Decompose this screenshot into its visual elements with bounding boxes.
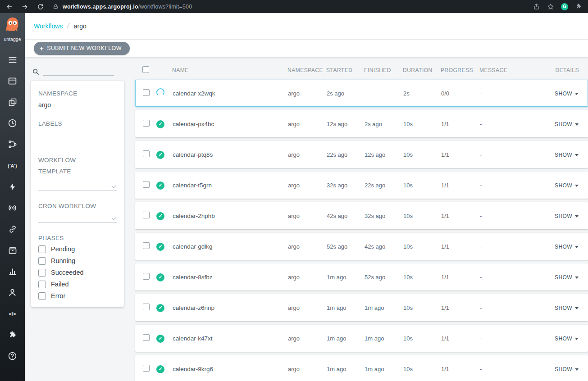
phase-checkbox-pending[interactable]: Pending <box>38 245 117 253</box>
workflow-namespace: argo <box>288 243 327 250</box>
refresh-icon[interactable] <box>36 3 44 11</box>
sidebar: untagge ('A') <box>0 13 25 381</box>
row-checkbox[interactable] <box>143 365 150 372</box>
workflow-name[interactable]: calendar-9krg6 <box>173 366 288 372</box>
logo-label: untagge <box>4 36 21 42</box>
details-show-button[interactable]: SHOW <box>555 305 579 311</box>
table-row[interactable]: calendar-t5grn argo 32s ago 22s ago 10s … <box>135 172 588 199</box>
event-flow-branch-icon[interactable] <box>0 134 25 155</box>
table-row[interactable]: calendar-gdlkg argo 52s ago 42s ago 10s … <box>135 233 588 260</box>
workflow-progress: 1/1 <box>441 213 480 219</box>
row-checkbox[interactable] <box>143 273 150 280</box>
workflow-namespace: argo <box>288 274 327 281</box>
link-icon[interactable] <box>0 218 25 240</box>
workflow-name[interactable]: calendar-z6nnp <box>173 304 288 311</box>
phase-checkbox-error[interactable]: Error <box>38 292 117 300</box>
phase-label: Pending <box>51 245 75 253</box>
row-checkbox[interactable] <box>143 334 150 341</box>
table-row[interactable]: calendar-8sfbz argo 1m ago 52s ago 10s 1… <box>135 263 588 290</box>
padlock-icon[interactable] <box>51 3 59 11</box>
table-row[interactable]: calendar-px4bc argo 12s ago 2s ago 10s 1… <box>135 110 588 137</box>
search-input[interactable] <box>43 66 114 76</box>
show-label: SHOW <box>555 305 572 311</box>
bookmark-star-icon[interactable] <box>547 3 555 11</box>
table-row[interactable]: calendar-z6nnp argo 1m ago 1m ago 10s 1/… <box>135 294 588 321</box>
details-show-button[interactable]: SHOW <box>555 121 579 127</box>
details-show-button[interactable]: SHOW <box>555 274 579 281</box>
table-row[interactable]: calendar-ptq8s argo 22s ago 12s ago 10s … <box>135 141 588 168</box>
phase-checkbox-running[interactable]: Running <box>38 257 117 265</box>
workflow-namespace: argo <box>288 304 327 311</box>
checkbox[interactable] <box>38 245 46 253</box>
menu-icon[interactable] <box>0 49 25 70</box>
labels-input[interactable] <box>38 127 117 143</box>
phase-checkbox-failed[interactable]: Failed <box>38 281 117 288</box>
chevron-down-icon <box>112 215 116 220</box>
reports-bar-chart-icon[interactable] <box>0 261 25 282</box>
row-checkbox[interactable] <box>143 242 150 249</box>
workflow-name[interactable]: calendar-2hphb <box>173 213 288 219</box>
workflows-window-icon[interactable] <box>0 70 25 91</box>
extensions-puzzle-icon[interactable] <box>574 3 583 11</box>
workflow-name[interactable]: calendar-8sfbz <box>173 274 288 281</box>
row-checkbox[interactable] <box>143 150 150 157</box>
checkbox[interactable] <box>38 281 46 288</box>
cron-workflows-clock-icon[interactable] <box>0 113 25 134</box>
sensors-broadcast-icon[interactable] <box>0 197 25 218</box>
plugins-puzzle-icon[interactable] <box>0 324 25 345</box>
chevron-down-icon <box>112 183 116 188</box>
details-show-button[interactable]: SHOW <box>555 336 579 342</box>
breadcrumb-workflows-link[interactable]: Workflows <box>34 23 63 30</box>
submit-new-workflow-button[interactable]: + SUBMIT NEW WORKFLOW <box>34 42 130 55</box>
argo-logo[interactable] <box>4 16 21 35</box>
checkbox[interactable] <box>38 292 46 300</box>
details-show-button[interactable]: SHOW <box>555 366 579 372</box>
table-row[interactable]: calendar-k47xt argo 1m ago 1m ago 10s 1/… <box>135 325 588 352</box>
events-bolt-icon[interactable] <box>0 176 25 197</box>
help-icon[interactable] <box>0 345 25 367</box>
archived-workflows-box-icon[interactable] <box>0 240 25 261</box>
workflow-name[interactable]: calendar-ptq8s <box>173 151 288 158</box>
row-checkbox[interactable] <box>143 120 150 127</box>
workflow-message: - <box>480 121 547 127</box>
details-show-button[interactable]: SHOW <box>555 152 579 158</box>
row-checkbox[interactable] <box>143 304 150 310</box>
address-bar[interactable]: workflows.apps.argoproj.io/workflows?lim… <box>51 3 525 11</box>
table-row[interactable]: calendar-9krg6 argo 1m ago 1m ago 10s 1/… <box>135 355 588 381</box>
workflow-template-select[interactable] <box>38 177 117 191</box>
row-checkbox[interactable] <box>143 212 150 218</box>
back-icon[interactable] <box>5 3 14 11</box>
table-row[interactable]: calendar-x2wqk argo 2s ago - 2s 0/0 - SH… <box>135 80 588 107</box>
checkbox[interactable] <box>38 269 46 277</box>
workflow-name[interactable]: calendar-t5grn <box>173 182 288 189</box>
workflow-name[interactable]: calendar-x2wqk <box>173 90 288 97</box>
select-all-checkbox[interactable] <box>142 66 149 73</box>
workflow-name[interactable]: calendar-k47xt <box>173 335 288 342</box>
checkbox[interactable] <box>38 257 46 265</box>
user-icon[interactable] <box>0 282 25 303</box>
grammarly-icon[interactable]: G <box>561 3 568 10</box>
workflow-templates-copy-icon[interactable] <box>0 91 25 113</box>
status-icon <box>156 304 164 312</box>
api-docs-code-icon[interactable]: </> <box>0 303 25 324</box>
details-show-button[interactable]: SHOW <box>555 91 579 97</box>
workflow-progress: 1/1 <box>441 151 480 158</box>
phase-checkbox-succeeded[interactable]: Succeeded <box>38 269 117 277</box>
workflow-name[interactable]: calendar-gdlkg <box>173 243 288 250</box>
language-icon[interactable]: ('A') <box>0 155 25 176</box>
namespace-value[interactable]: argo <box>38 101 117 109</box>
caret-down-icon <box>575 307 579 309</box>
cron-workflow-select[interactable] <box>38 209 117 223</box>
row-checkbox[interactable] <box>143 89 150 96</box>
share-icon[interactable] <box>532 3 540 11</box>
row-checkbox[interactable] <box>143 181 150 188</box>
details-show-button[interactable]: SHOW <box>555 213 579 219</box>
show-label: SHOW <box>555 244 572 250</box>
workflow-name[interactable]: calendar-px4bc <box>173 121 288 127</box>
details-show-button[interactable]: SHOW <box>555 182 579 189</box>
workflow-started: 12s ago <box>327 121 365 127</box>
details-show-button[interactable]: SHOW <box>555 244 579 250</box>
table-row[interactable]: calendar-2hphb argo 42s ago 32s ago 10s … <box>135 202 588 229</box>
forward-icon[interactable] <box>21 3 29 11</box>
browser-bar: workflows.apps.argoproj.io/workflows?lim… <box>0 0 588 13</box>
